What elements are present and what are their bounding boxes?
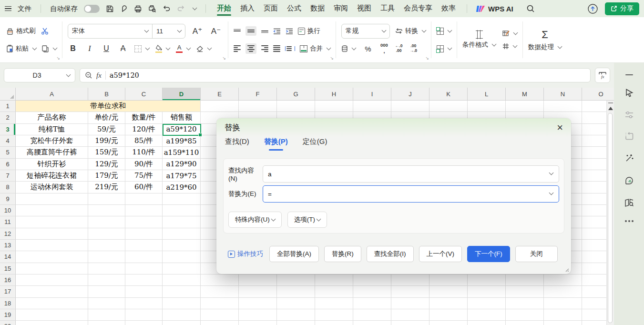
refresh-region-icon[interactable] [624,132,634,141]
cell-C15[interactable] [125,263,163,274]
italic-button[interactable]: I [84,44,95,53]
cell-E19[interactable] [201,309,239,321]
column-header-G[interactable]: G [277,88,315,101]
zoom-search-icon[interactable] [85,71,92,79]
cell-E18[interactable] [201,298,239,309]
cell-D6[interactable]: a129*90 [163,159,201,170]
cell-G1[interactable] [277,101,315,112]
cell-A2[interactable]: 产品名称 [16,112,88,123]
cell-C3[interactable]: 120/件 [125,124,163,135]
cell-O7[interactable] [582,170,606,182]
cell-M20[interactable] [506,321,544,325]
cell-C16[interactable] [125,274,163,286]
align-bottom-button[interactable] [261,29,268,33]
find-input[interactable] [263,165,559,183]
ribbon-tab-10[interactable]: 效率 [441,0,456,17]
cell-N16[interactable] [544,274,582,286]
cell-O17[interactable] [582,286,606,297]
cell-D9[interactable] [163,193,201,205]
cell-H20[interactable] [315,321,353,325]
cell-C2[interactable]: 数量/件 [125,112,163,123]
cell-A14[interactable] [16,251,88,263]
row-header-14[interactable]: 14 [0,251,16,263]
font-name-select[interactable]: 宋体 [68,24,152,38]
cell-J20[interactable] [391,321,429,325]
row-header-20[interactable]: 20 [0,321,16,325]
cell-A16[interactable] [16,274,88,286]
increase-decimal-button[interactable]: ←.0 .00 [395,44,403,53]
row-header-18[interactable]: 18 [0,298,16,309]
row-header-12[interactable]: 12 [0,228,16,240]
cell-B8[interactable]: 219/元 [88,182,125,193]
cell-B11[interactable] [88,216,125,228]
cell-N20[interactable] [544,321,582,325]
cell-A11[interactable] [16,216,88,228]
cell-C17[interactable] [125,286,163,297]
column-header-A[interactable]: A [16,88,88,101]
cell-O13[interactable] [582,240,606,251]
cell-A8[interactable]: 运动休闲套装 [16,182,88,193]
cell-C18[interactable] [125,298,163,309]
ribbon-tab-5[interactable]: 数据 [310,0,325,17]
ribbon-tab-7[interactable]: 视图 [357,0,371,17]
cell-C19[interactable] [125,309,163,321]
row-header-19[interactable]: 19 [0,309,16,321]
quick-access-more-icon[interactable] [191,8,196,10]
cell-O18[interactable] [582,298,606,309]
cell-A7[interactable]: 短袖碎花连衣裙 [16,170,88,182]
cell-M1[interactable] [506,101,544,112]
cell-C7[interactable]: 75/件 [125,170,163,182]
cell-D8[interactable]: a219*60 [163,182,201,193]
cell-A15[interactable] [16,263,88,274]
cell-D20[interactable] [163,321,201,325]
column-header-E[interactable]: E [201,88,239,101]
cell-C20[interactable] [125,321,163,325]
cell-B15[interactable] [88,263,125,274]
dialog-button-3[interactable]: 查找全部(I) [367,246,414,262]
cell-F1[interactable] [239,101,277,112]
split-handle[interactable] [608,102,613,103]
column-header-F[interactable]: F [239,88,277,101]
cell-L17[interactable] [468,286,506,297]
cell-I18[interactable] [353,298,391,309]
ribbon-tab-8[interactable]: 工具 [380,0,395,17]
bold-button[interactable]: B [68,44,78,53]
collapse-ribbon-icon[interactable] [625,74,633,75]
cell-N18[interactable] [544,298,582,309]
cell-K18[interactable] [429,298,468,309]
cell-B17[interactable] [88,286,125,297]
cell-O2[interactable] [582,112,606,123]
number-format-select[interactable]: 常规 [341,24,390,39]
cell-O3[interactable] [582,124,606,135]
cell-C10[interactable] [125,205,163,216]
align-right-button[interactable] [261,45,268,52]
insert-function-button[interactable]: fx [595,68,610,83]
column-header-B[interactable]: B [88,88,125,101]
cell-O6[interactable] [582,159,606,170]
cell-B19[interactable] [88,309,125,321]
column-header-M[interactable]: M [506,88,544,101]
cell-F18[interactable] [239,298,277,309]
column-header-I[interactable]: I [353,88,391,101]
cell-L1[interactable] [468,101,506,112]
underline-button[interactable]: U [101,44,112,53]
decrease-font-button[interactable]: A⁻ [209,26,223,36]
cut-button[interactable] [41,27,49,35]
cell-C14[interactable] [125,251,163,263]
search-icon[interactable] [526,4,535,13]
cell-D14[interactable] [163,251,201,263]
cell-A4[interactable]: 宽松牛仔外套 [16,135,88,147]
cell-J1[interactable] [391,101,429,112]
dialog-button-5[interactable]: 下一个(F) [467,246,510,262]
cell-I16[interactable] [353,274,391,286]
column-header-J[interactable]: J [391,88,429,101]
cell-B4[interactable]: 199/元 [88,135,125,147]
cell-C12[interactable] [125,228,163,240]
cell-O10[interactable] [582,205,606,216]
thousands-separator-button[interactable]: 000 , [380,43,388,54]
upload-cloud-icon[interactable] [587,3,598,14]
cell-A10[interactable] [16,205,88,216]
cell-C5[interactable]: 110/件 [125,147,163,158]
cell-M19[interactable] [506,309,544,321]
share-button[interactable]: 分享 [605,2,639,15]
